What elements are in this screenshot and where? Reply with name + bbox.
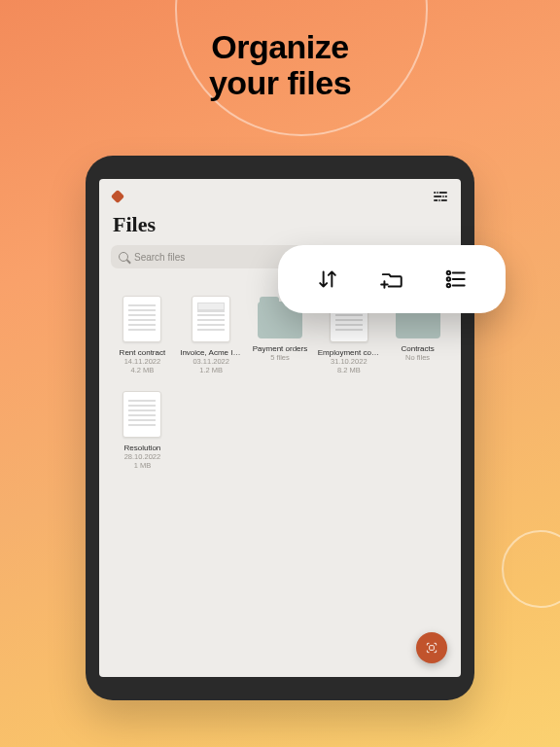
search-placeholder: Search files xyxy=(134,252,185,263)
svg-rect-0 xyxy=(430,646,435,651)
document-icon xyxy=(122,296,161,342)
file-date: 28.10.2022 xyxy=(124,452,161,461)
app-logo-icon xyxy=(111,190,124,203)
action-popover xyxy=(278,245,506,313)
svg-point-1 xyxy=(447,271,450,274)
promo-title-line1: Organize xyxy=(0,29,560,65)
file-date: No files xyxy=(405,353,430,362)
file-size: 4.2 MB xyxy=(131,366,155,374)
file-item[interactable]: Resolution 28.10.2022 1 MB xyxy=(111,391,174,471)
svg-point-3 xyxy=(447,284,450,287)
page-title: Files xyxy=(99,202,461,245)
folder-add-icon xyxy=(379,267,404,292)
sort-icon xyxy=(315,267,340,292)
promo-title: Organize your files xyxy=(0,29,560,100)
file-name: Invoice, Acme Inc. xyxy=(180,348,242,357)
file-date: 5 files xyxy=(270,353,290,362)
search-icon xyxy=(119,252,128,262)
settings-icon[interactable] xyxy=(434,191,447,202)
file-name: Employment contract xyxy=(318,348,380,357)
tablet-frame: Files Search files Rent contract 14.11.2… xyxy=(86,156,474,700)
bg-circle-2 xyxy=(502,530,560,608)
svg-point-2 xyxy=(447,277,450,280)
document-icon xyxy=(122,391,161,438)
file-name: Contracts xyxy=(401,344,434,353)
file-size: 8.2 MB xyxy=(337,366,361,374)
list-icon xyxy=(443,267,469,292)
file-name: Payment orders xyxy=(253,344,307,353)
file-size: 1.2 MB xyxy=(199,366,223,374)
promo-title-line2: your files xyxy=(0,65,560,101)
view-options-button[interactable] xyxy=(438,261,474,298)
file-date: 03.11.2022 xyxy=(192,357,229,366)
scan-fab-button[interactable] xyxy=(416,632,447,663)
file-size: 1 MB xyxy=(134,461,152,470)
new-folder-button[interactable] xyxy=(373,261,410,298)
sort-button[interactable] xyxy=(309,261,346,298)
file-item[interactable]: Invoice, Acme Inc. 03.11.2022 1.2 MB xyxy=(180,296,243,375)
file-date: 14.11.2022 xyxy=(124,357,161,366)
file-item[interactable]: Rent contract 14.11.2022 4.2 MB xyxy=(111,296,174,375)
file-name: Rent contract xyxy=(120,348,166,357)
document-icon xyxy=(192,296,230,342)
scan-icon xyxy=(425,641,438,655)
file-date: 31.10.2022 xyxy=(331,357,368,366)
file-name: Resolution xyxy=(123,444,160,452)
